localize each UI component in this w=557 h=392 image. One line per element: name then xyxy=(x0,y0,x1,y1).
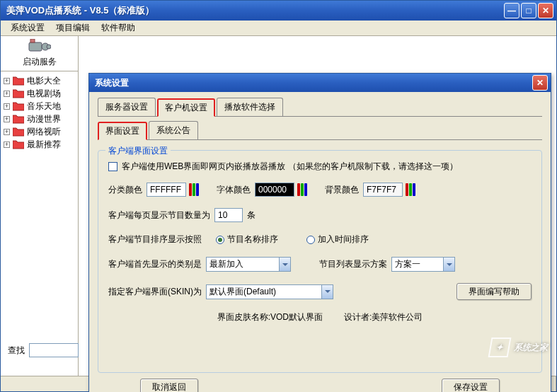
dialog-body: 服务器设置 客户机设置 播放软件选择 界面设置 系统公告 客户端界面设置 客户端… xyxy=(89,92,551,392)
tab-client-settings[interactable]: 客户机设置 xyxy=(157,98,215,117)
color-picker-icon[interactable] xyxy=(189,183,200,196)
window-controls: — □ ✕ xyxy=(504,3,553,18)
save-button[interactable]: 保存设置 xyxy=(442,379,500,392)
tree-item[interactable]: +电影大全 xyxy=(2,74,76,87)
tab-server-settings[interactable]: 服务器设置 xyxy=(98,98,156,116)
sort-by-time-label: 加入时间排序 xyxy=(318,234,369,246)
expand-icon[interactable]: + xyxy=(4,129,10,135)
search-row: 查找 xyxy=(8,343,79,357)
dialog-title: 系统设置 xyxy=(95,77,129,89)
skin-select[interactable]: 默认界面(Default) xyxy=(206,284,333,299)
chevron-down-icon xyxy=(279,258,290,271)
left-pane: 启动服务 +电影大全 +电视剧场 +音乐天地 +动漫世界 +网络视听 +最新推荐 xyxy=(1,36,79,376)
tree-item[interactable]: +音乐天地 xyxy=(2,100,76,113)
menu-software-help[interactable]: 软件帮助 xyxy=(96,21,141,35)
close-button[interactable]: ✕ xyxy=(538,3,553,18)
chevron-down-icon xyxy=(443,258,454,271)
color-picker-icon[interactable] xyxy=(406,183,416,196)
search-input[interactable] xyxy=(29,343,79,357)
per-page-input[interactable] xyxy=(214,208,243,222)
skin-name-value: VOD默认界面 xyxy=(270,311,323,323)
main-window: 美萍VOD点播系统 - V8.5（标准版） — □ ✕ 系统设置 项目编辑 软件… xyxy=(0,0,557,392)
menubar: 系统设置 项目编辑 软件帮助 xyxy=(1,21,556,36)
category-color-input[interactable] xyxy=(147,183,186,197)
tab-ui-settings[interactable]: 界面设置 xyxy=(98,122,147,140)
expand-icon[interactable]: + xyxy=(4,91,10,97)
designer-label: 设计者: xyxy=(344,311,372,323)
dialog-close-button[interactable]: ✕ xyxy=(532,75,548,91)
client-ui-groupbox: 客户端界面设置 客户端使用WEB界面即网页内嵌播放器播放 （如果您的客户机限制下… xyxy=(98,150,542,373)
per-page-label: 客户端每页显示节目数量为 xyxy=(108,209,210,221)
tree-item[interactable]: +网络视听 xyxy=(2,125,76,138)
designer-value: 美萍软件公司 xyxy=(372,311,423,323)
web-ui-checkbox[interactable] xyxy=(108,162,117,171)
start-service-button[interactable]: 启动服务 xyxy=(1,36,78,71)
category-tree: +电影大全 +电视剧场 +音乐天地 +动漫世界 +网络视听 +最新推荐 xyxy=(1,71,78,154)
search-label: 查找 xyxy=(8,345,25,357)
color-picker-icon[interactable] xyxy=(297,183,308,196)
sort-by-name-radio[interactable] xyxy=(216,236,224,244)
main-body: 启动服务 +电影大全 +电视剧场 +音乐天地 +动漫世界 +网络视听 +最新推荐… xyxy=(1,36,556,376)
font-color-label: 字体颜色 xyxy=(217,184,251,196)
maximize-button[interactable]: □ xyxy=(521,3,536,18)
tabs-secondary: 界面设置 系统公告 xyxy=(98,121,542,140)
menu-system-settings[interactable]: 系统设置 xyxy=(5,21,50,35)
sort-by-name-label: 节目名称排序 xyxy=(227,234,278,246)
skin-help-button[interactable]: 界面编写帮助 xyxy=(456,283,532,300)
per-page-unit: 条 xyxy=(247,209,255,221)
minimize-button[interactable]: — xyxy=(504,3,519,18)
expand-icon[interactable]: + xyxy=(4,116,10,122)
svg-point-2 xyxy=(47,45,51,49)
dialog-titlebar: 系统设置 ✕ xyxy=(89,74,551,92)
main-titlebar: 美萍VOD点播系统 - V8.5（标准版） — □ ✕ xyxy=(1,1,556,21)
tree-item[interactable]: +电视剧场 xyxy=(2,87,76,100)
bg-color-label: 背景颜色 xyxy=(325,184,359,196)
svg-rect-3 xyxy=(30,39,35,42)
tree-item[interactable]: +最新推荐 xyxy=(2,138,76,151)
menu-project-edit[interactable]: 项目编辑 xyxy=(50,21,96,35)
web-ui-checkbox-label: 客户端使用WEB界面即网页内嵌播放器播放 （如果您的客户机限制下载，请选择这一项… xyxy=(122,161,458,173)
tab-system-notice[interactable]: 系统公告 xyxy=(149,121,198,139)
expand-icon[interactable]: + xyxy=(4,78,10,84)
list-scheme-select[interactable]: 方案一 xyxy=(391,257,455,272)
font-color-input[interactable] xyxy=(255,183,294,197)
window-title: 美萍VOD点播系统 - V8.5（标准版） xyxy=(6,4,154,17)
skin-name-label: 界面皮肤名称: xyxy=(217,311,270,323)
tabs-primary: 服务器设置 客户机设置 播放软件选择 xyxy=(98,98,542,117)
dialog-buttons: 取消返回 保存设置 xyxy=(98,373,542,392)
folder-icon xyxy=(13,88,24,98)
expand-icon[interactable]: + xyxy=(4,142,10,148)
first-show-select[interactable]: 最新加入 xyxy=(206,257,291,272)
expand-icon[interactable]: + xyxy=(4,103,10,110)
folder-icon xyxy=(13,101,24,111)
bg-color-input[interactable] xyxy=(363,183,403,197)
tree-item[interactable]: +动漫世界 xyxy=(2,113,76,125)
tab-player-select[interactable]: 播放软件选择 xyxy=(217,98,283,116)
sort-label: 客户端节目排序显示按照 xyxy=(108,234,202,246)
first-show-label: 客户端首先显示的类别是 xyxy=(108,258,202,270)
groupbox-title: 客户端界面设置 xyxy=(105,145,171,157)
category-color-label: 分类颜色 xyxy=(108,184,142,196)
skin-label: 指定客户端界面(SKIN)为 xyxy=(108,286,202,298)
cancel-button[interactable]: 取消返回 xyxy=(140,379,198,392)
folder-icon xyxy=(13,114,24,124)
list-scheme-label: 节目列表显示方案 xyxy=(319,258,387,270)
svg-rect-0 xyxy=(29,42,42,51)
folder-icon xyxy=(13,76,24,86)
folder-icon xyxy=(13,127,24,137)
chevron-down-icon xyxy=(321,285,333,299)
sort-by-time-radio[interactable] xyxy=(306,236,315,244)
folder-icon xyxy=(13,139,24,149)
start-service-label: 启动服务 xyxy=(23,56,57,68)
settings-dialog: 系统设置 ✕ 服务器设置 客户机设置 播放软件选择 界面设置 系统公告 客户端界… xyxy=(88,73,551,392)
camcorder-icon xyxy=(28,39,51,54)
